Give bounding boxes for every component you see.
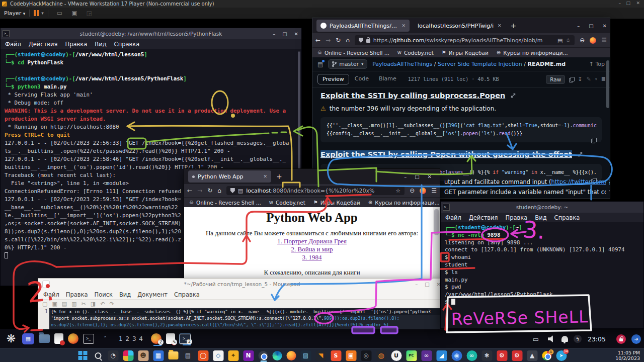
mousepad-toolbar-icon-2[interactable]: ▤ xyxy=(62,301,67,307)
tab-close-icon[interactable]: ✕ xyxy=(498,23,502,28)
pocket-icon[interactable]: ⊖ xyxy=(580,37,585,44)
firefox-icon[interactable] xyxy=(286,351,296,360)
terminal-menu-item-4[interactable]: Справка xyxy=(554,214,580,221)
gauge-app-icon[interactable]: ◔ xyxy=(108,350,118,361)
chrome-icon[interactable] xyxy=(258,351,268,360)
browser-close-button[interactable]: ✕ xyxy=(603,23,607,29)
new-tab-button[interactable]: + xyxy=(276,172,282,180)
bookmark-star-icon[interactable]: ☆ xyxy=(566,37,571,44)
forward-icon[interactable]: → xyxy=(197,187,202,194)
terminal-menu-item-0[interactable]: Файл xyxy=(445,214,461,221)
ubuntu-app-icon[interactable]: ◯ xyxy=(198,350,208,361)
mousepad-menu-item-5[interactable]: Справка xyxy=(174,291,200,298)
https-lock-icon[interactable] xyxy=(366,39,370,43)
terminal1-maximize-button[interactable]: □ xyxy=(282,31,287,37)
screen-lock-icon[interactable] xyxy=(616,334,626,344)
start-button[interactable] xyxy=(77,350,88,361)
mousepad-menu-item-2[interactable]: Поиск xyxy=(95,291,113,298)
file-manager-icon[interactable] xyxy=(39,334,50,343)
copy-code-icon[interactable] xyxy=(591,138,596,143)
suspend-dropdown-icon[interactable]: ▾ xyxy=(41,11,44,16)
red-gear-app2-icon[interactable]: ⚙ xyxy=(512,350,522,361)
vmware-minimize-button[interactable]: – xyxy=(619,1,621,6)
terminal-app-icon[interactable]: >_ xyxy=(83,334,94,344)
pycharm-icon[interactable]: PC xyxy=(406,350,417,361)
new-tab-button[interactable]: + xyxy=(511,22,517,30)
raw-button[interactable]: Raw xyxy=(546,75,565,84)
view-tab-1[interactable]: Code xyxy=(350,74,373,84)
mousepad-titlebar[interactable]: *~/Рабочий стол/tmp_lesson_5 - Mousepad … xyxy=(38,279,446,290)
suspend-vm-button[interactable] xyxy=(34,10,39,16)
mousepad-menu-item-3[interactable]: Вид xyxy=(119,291,131,298)
terminal-menu-item-2[interactable]: Правка xyxy=(65,41,88,48)
send-ctrl-alt-del-icon[interactable]: ▭ xyxy=(57,10,62,17)
terminal-window-button[interactable]: >_2 xyxy=(180,334,191,344)
mousepad-menu-item-0[interactable]: Файл xyxy=(43,291,59,298)
bookmark-kursy-po-informacii[interactable]: ⊕Курсы по информаци... xyxy=(368,200,440,206)
search-icon[interactable] xyxy=(93,350,103,361)
github-url-bar[interactable]: https://github.com/swisskyrepo/PayloadsA… xyxy=(355,35,575,45)
webapp-close-button[interactable]: ✕ xyxy=(428,174,432,179)
reload-icon[interactable]: ↻ xyxy=(336,37,341,44)
telegram-icon[interactable]: ➤34 xyxy=(556,350,567,361)
carrot-app-icon[interactable]: ◥ xyxy=(315,350,326,361)
camtasia-icon[interactable]: ∞ xyxy=(466,350,477,361)
player-menu-button[interactable]: Player ▾ xyxy=(4,10,25,17)
mousepad-toolbar-icon-3[interactable]: ▥ xyxy=(71,301,76,307)
tab-python-web-app[interactable]: Python Web App ✕ xyxy=(188,170,271,183)
github-scrollbar[interactable] xyxy=(606,58,609,198)
terminal-menu-item-1[interactable]: Действия xyxy=(29,41,58,48)
visual-studio-icon[interactable]: ∞ xyxy=(421,350,432,361)
windows-clock[interactable]: 11:05 PM 10/2/2023 xyxy=(615,350,640,361)
vmware-close-button[interactable]: ✕ xyxy=(636,1,640,6)
mousepad-toolbar-icon-1[interactable]: ▣ xyxy=(52,301,57,307)
firefox-account-icon[interactable] xyxy=(590,37,596,44)
mousepad-toolbar-icon-7[interactable]: ↷ xyxy=(109,301,114,307)
home-icon[interactable]: ⌂ xyxy=(217,187,221,194)
updates-icon[interactable]: ➜ xyxy=(631,334,641,344)
bookmark-igry-kodebay[interactable]: ⚑Игры Кодебай xyxy=(313,200,360,206)
codeby-logo-icon[interactable]: ❋ xyxy=(5,332,18,346)
blender-icon[interactable]: ◍ xyxy=(376,350,386,361)
bookmark-codeby-net[interactable]: wCodeby.net xyxy=(397,50,434,56)
anchor-link-icon[interactable] xyxy=(511,93,516,98)
firefox-window-button[interactable]: 2 xyxy=(151,333,162,344)
calendar-app-icon[interactable]: ▦ xyxy=(153,350,164,361)
camera-lens-app-icon[interactable]: ◎ xyxy=(361,350,371,361)
terminal1-titlebar[interactable]: >_ student@codeby: /var/www/html/lesson5… xyxy=(1,28,301,39)
edit-dropdown-icon[interactable]: ▾ xyxy=(595,77,597,81)
book-link-3[interactable]: 3. 1984 xyxy=(302,253,322,261)
tracking-shield-icon[interactable] xyxy=(359,38,363,43)
show-desktop-icon[interactable]: ▦ xyxy=(22,333,34,344)
mousepad-toolbar-icon-6[interactable]: ↶ xyxy=(100,301,105,307)
mousepad-toolbar-icon-4[interactable]: ✂ xyxy=(82,301,86,307)
mousepad-toolbar-icon-0[interactable]: ▢ xyxy=(42,301,47,307)
reader-view-icon[interactable]: ▤ xyxy=(557,37,562,44)
mousepad-window-button[interactable]: ✎ xyxy=(166,333,175,344)
firefox-app-icon[interactable] xyxy=(68,333,78,344)
webapp-maximize-button[interactable]: □ xyxy=(415,174,419,179)
webapp-minimize-button[interactable]: – xyxy=(404,174,407,179)
home-icon[interactable]: ⌂ xyxy=(346,37,350,44)
notifications-bell-icon[interactable] xyxy=(561,336,568,342)
terminal1-minimize-button[interactable]: – xyxy=(273,31,275,37)
terminal-menu-item-2[interactable]: Правка xyxy=(506,214,528,221)
unreal-engine-icon[interactable]: U xyxy=(391,350,401,361)
map-pin-app-icon[interactable]: ◉ xyxy=(451,350,462,361)
tab-close-icon[interactable]: ✕ xyxy=(263,174,267,179)
mousepad-app-icon[interactable] xyxy=(54,333,63,344)
virtualbox-icon[interactable]: ◇ xyxy=(213,350,223,361)
branch-selector-button[interactable]: master ▾ xyxy=(328,59,367,69)
windows-list-icon[interactable]: ▭ xyxy=(529,332,542,346)
vmware-app-icon[interactable]: ✦ xyxy=(228,350,238,361)
bee-app-icon[interactable]: ✱ xyxy=(481,350,492,361)
shop-app-icon[interactable]: S xyxy=(331,350,341,361)
app-menu-icon[interactable]: ☰ xyxy=(431,187,437,194)
chrome-profile-icon[interactable]: A xyxy=(542,351,551,360)
mousepad-menu-item-1[interactable]: Правка xyxy=(66,291,88,298)
twitter-link[interactable]: https://twitter.com/SecGus xyxy=(551,178,610,186)
onenote-icon[interactable]: N xyxy=(243,350,254,361)
orange-app-icon[interactable]: ▣ xyxy=(346,350,356,361)
terminal-menu-item-3[interactable]: Вид xyxy=(535,214,546,221)
vmware-maximize-button[interactable]: □ xyxy=(626,1,630,6)
